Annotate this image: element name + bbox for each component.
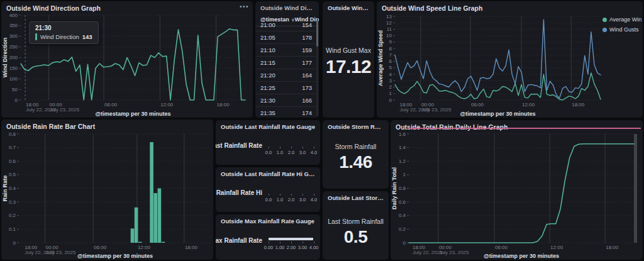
svg-text:Wind Direction: Wind Direction — [2, 38, 8, 77]
panel-title: Outside Wind Speed Line Graph — [377, 1, 643, 13]
rain-rate-chart[interactable]: 00.10.20.30.40.50.60.70.818:00July 22, 2… — [1, 131, 213, 260]
panel-title: Outside Max Rainfall Rate Gauge — [216, 214, 320, 226]
svg-text:Rain Rate: Rain Rate — [2, 175, 8, 202]
svg-text:0: 0 — [13, 240, 16, 246]
tooltip-series-label: Wind Direction — [40, 33, 79, 40]
svg-text:0.1: 0.1 — [9, 226, 16, 232]
svg-text:350: 350 — [9, 23, 18, 28]
svg-text:12:00: 12:00 — [160, 102, 174, 108]
svg-text:6: 6 — [389, 58, 392, 64]
metric-label: Wind Gust Max — [326, 47, 371, 54]
svg-text:400: 400 — [9, 13, 18, 18]
gauge-label: Last Rainfall Rate — [216, 142, 262, 149]
metric-label: Last Storm Rainfall — [328, 218, 384, 225]
svg-text:July 23, 2025: July 23, 2025 — [50, 107, 80, 113]
panel-menu-icon[interactable]: ••• — [240, 3, 249, 10]
svg-text:8: 8 — [389, 46, 392, 52]
svg-text:0.4: 0.4 — [9, 186, 16, 191]
svg-text:0: 0 — [389, 97, 392, 103]
panel-last-storm-rainfall: Outside Last Storm Rainfall Me... Last S… — [323, 191, 389, 260]
table-scrollbar — [316, 20, 318, 116]
svg-text:10: 10 — [386, 33, 392, 38]
daily-rain-chart[interactable]: 00.20.40.60.811.21.41.618:00July 22, 202… — [391, 131, 643, 260]
svg-text:4: 4 — [389, 72, 392, 77]
scrollbar-thumb[interactable] — [316, 20, 318, 47]
wind-direction-table-body: 21:0015421:0517821:1015921:1517721:20164… — [255, 19, 316, 118]
svg-text:0.4: 0.4 — [399, 213, 406, 218]
metric-value: 0.5 — [344, 228, 367, 246]
panel-storm-rainfall: Outside Storm Rainfall Metric Storm Rain… — [323, 120, 389, 189]
svg-text:1: 1 — [389, 91, 392, 96]
metric-label: Storm Rainfall — [335, 143, 377, 150]
table-row: 21:30166 — [255, 94, 316, 107]
legend-item[interactable]: Average Wind ... — [602, 16, 641, 23]
svg-text:1.4: 1.4 — [399, 145, 406, 150]
svg-text:0.5: 0.5 — [9, 172, 16, 177]
rainfall-hi-gauge: 0.01.02.03.04.0 — [269, 190, 314, 205]
panel-max-rainfall-gauge: Outside Max Rainfall Rate Gauge Max Rain… — [216, 214, 320, 260]
gauge-row: Rainfall Rate Hi 0.01.02.03.04.0 — [221, 190, 314, 205]
svg-text:06:00: 06:00 — [104, 102, 118, 108]
legend-dot-icon — [602, 28, 607, 32]
svg-text:@timestamp per 30 minutes: @timestamp per 30 minutes — [460, 111, 536, 117]
legend-label: Average Wind ... — [609, 16, 641, 23]
table-row: 21:05178 — [255, 31, 316, 44]
svg-text:@timestamp per 30 minutes: @timestamp per 30 minutes — [96, 111, 171, 117]
svg-text:@timestamp per 30 minutes: @timestamp per 30 minutes — [484, 253, 559, 259]
svg-text:9: 9 — [389, 39, 392, 45]
svg-text:12:00: 12:00 — [138, 245, 151, 250]
metric-value: 17.12 — [326, 57, 372, 76]
svg-text:18:00: 18:00 — [572, 102, 585, 108]
svg-text:300: 300 — [9, 33, 18, 39]
svg-text:1.2: 1.2 — [399, 158, 406, 164]
svg-text:0.8: 0.8 — [9, 131, 16, 137]
last-rainfall-gauge: 0.01.02.03.04.0 — [269, 143, 314, 158]
gauge-label: Max Rainfall Rate — [216, 237, 262, 244]
svg-text:12:00: 12:00 — [522, 102, 535, 108]
gauge-row: Max Rainfall Rate 0.001.002.003.004.00 — [221, 238, 314, 253]
tooltip-value: 143 — [82, 33, 92, 40]
svg-text:1: 1 — [403, 172, 406, 177]
panel-title: Outside Wind Gust Ma... — [323, 1, 374, 13]
svg-text:200: 200 — [9, 55, 18, 60]
metric-value: 1.46 — [339, 153, 372, 171]
svg-text:18:00: 18:00 — [606, 245, 619, 250]
svg-text:7: 7 — [389, 52, 392, 58]
legend-item[interactable]: Wind Gusts — [602, 26, 641, 33]
svg-text:06:00: 06:00 — [471, 102, 484, 108]
max-rainfall-gauge: 0.001.002.003.004.00 — [269, 238, 314, 253]
svg-text:12:00: 12:00 — [550, 245, 564, 250]
svg-text:18:00: 18:00 — [217, 102, 230, 108]
svg-text:0: 0 — [403, 240, 406, 246]
panel-wind-gust-max: Outside Wind Gust Ma... Wind Gust Max 17… — [323, 1, 374, 118]
svg-text:0.6: 0.6 — [9, 158, 16, 164]
gauge-row: Last Rainfall Rate 0.01.02.03.04.0 — [221, 143, 314, 158]
panel-title: Outside Wind Direction Graph — [1, 1, 253, 13]
svg-text:12: 12 — [386, 20, 392, 26]
panel-title: Outside Wind Direction Table — [255, 1, 319, 13]
svg-text:50: 50 — [12, 87, 18, 92]
svg-text:11: 11 — [387, 26, 392, 32]
table-row: 21:10159 — [255, 44, 316, 57]
svg-text:13: 13 — [386, 14, 392, 19]
svg-text:July 23, 2025: July 23, 2025 — [421, 107, 452, 113]
panel-wind-direction-table: Outside Wind Direction Table @timestan ∨… — [255, 1, 319, 118]
table-row: 21:00154 — [255, 19, 316, 31]
svg-text:250: 250 — [9, 44, 18, 50]
svg-text:July 23, 2025: July 23, 2025 — [46, 250, 76, 255]
svg-text:Average Wind Speed: Average Wind Speed — [377, 30, 384, 86]
svg-text:0.7: 0.7 — [9, 145, 16, 150]
svg-text:06:00: 06:00 — [495, 245, 508, 250]
panel-wind-speed-graph: Outside Wind Speed Line Graph 0123456789… — [377, 1, 643, 118]
svg-text:0.2: 0.2 — [9, 213, 16, 218]
svg-text:1.6: 1.6 — [399, 131, 406, 137]
panel-total-rain-graph: Outside Total Rain Daily Line Graph 00.2… — [391, 120, 643, 260]
accent-line — [409, 128, 641, 129]
svg-text:0.2: 0.2 — [399, 226, 406, 232]
wind-gust-metric: Wind Gust Max 17.12 — [323, 47, 374, 76]
last-storm-metric: Last Storm Rainfall 0.5 — [323, 218, 389, 246]
svg-text:@timestamp per 30 minutes: @timestamp per 30 minutes — [77, 253, 153, 259]
panel-last-rainfall-gauge: Outside Last Rainfall Rate Gauge Last Ra… — [216, 120, 320, 165]
svg-text:Daily Rain Total: Daily Rain Total — [391, 167, 397, 209]
tooltip-time: 21:30 — [35, 25, 92, 31]
